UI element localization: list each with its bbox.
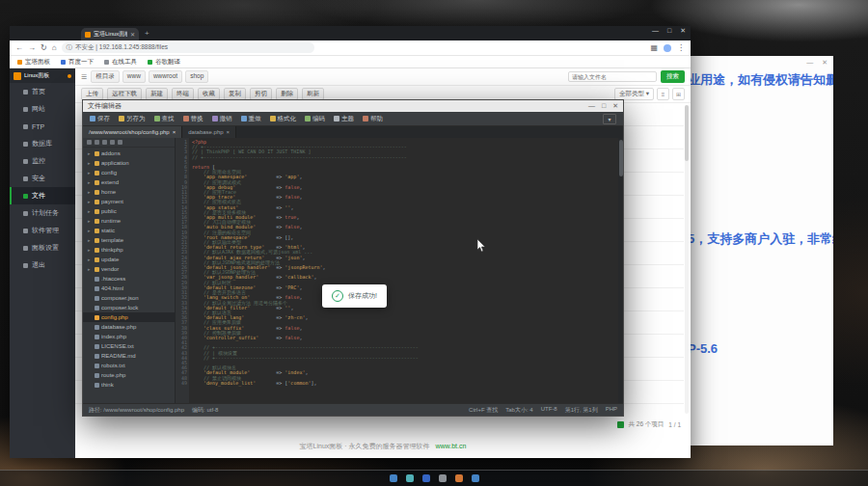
editor-menu-撤销[interactable]: 撤销 (212, 115, 232, 123)
chevron-right-icon[interactable]: ▸ (88, 256, 93, 262)
forward-icon[interactable]: → (28, 44, 36, 52)
sidebar-item-监控[interactable]: 监控 (10, 152, 75, 170)
sidebar-item-FTP[interactable]: FTP (10, 118, 75, 135)
editor-menu-保存[interactable]: 保存 (90, 115, 110, 123)
chevron-right-icon[interactable]: ▸ (88, 199, 93, 204)
tree-file[interactable]: robots.txt (83, 361, 175, 370)
browser-tab[interactable]: 宝塔Linux面板 ✕ (81, 28, 139, 40)
editor-tab[interactable]: database.php× (182, 126, 236, 138)
breadcrumb-segment[interactable]: wwwroot (149, 70, 182, 83)
chevron-right-icon[interactable]: ▸ (88, 228, 93, 233)
tree-folder[interactable]: ▸thinkphp (83, 245, 175, 255)
editor-menu-主题[interactable]: 主题 (334, 115, 354, 123)
code-content[interactable]: <?php// +-------------------------------… (189, 138, 623, 403)
sidebar-item-首页[interactable]: 首页 (10, 83, 75, 100)
bookmark-item[interactable]: 百度一下 (61, 58, 94, 67)
editor-menu-帮助[interactable]: 帮助 (363, 115, 383, 123)
footer-link[interactable]: www.bt.cn (436, 443, 467, 449)
browser-close-icon[interactable]: ✕ (680, 27, 686, 35)
bookmark-item[interactable]: 在线工具 (104, 58, 137, 67)
sidebar-item-计划任务[interactable]: 计划任务 (10, 204, 75, 222)
home-icon[interactable]: ⌂ (52, 44, 57, 52)
bookmark-item[interactable]: 宝塔面板 (17, 58, 50, 67)
chevron-right-icon[interactable]: ▸ (88, 266, 93, 272)
list-view-icon[interactable]: ≡ (657, 88, 669, 100)
editor-menu-替换[interactable]: 替换 (183, 115, 203, 123)
chevron-right-icon[interactable]: ▸ (88, 208, 93, 214)
code-area[interactable]: 1234567891011121314151617181920212223242… (176, 138, 623, 403)
editor-tab[interactable]: /www/wwwroot/shop/config.php× (83, 126, 182, 138)
editor-tab-close-icon[interactable]: × (227, 129, 231, 135)
tree-folder[interactable]: ▸vendor (83, 264, 175, 274)
browser-minimize-icon[interactable]: — (652, 27, 659, 35)
chevron-right-icon[interactable]: ▸ (88, 160, 93, 166)
tree-new-file-icon[interactable] (95, 140, 99, 145)
sidebar-item-软件管理[interactable]: 软件管理 (10, 222, 75, 239)
reload-icon[interactable]: ↻ (41, 44, 47, 52)
tab-close-icon[interactable]: ✕ (130, 31, 135, 38)
tree-file[interactable]: .htaccess (83, 274, 175, 284)
taskbar-icon[interactable] (455, 474, 463, 482)
tree-file[interactable]: index.php (83, 332, 175, 341)
breadcrumb-segment[interactable]: shop (185, 70, 208, 83)
new-tab-button[interactable]: + (145, 29, 149, 38)
sidebar-item-文件[interactable]: 文件 (10, 187, 75, 204)
profile-avatar[interactable] (664, 44, 671, 52)
tree-folder[interactable]: ▸extend (83, 177, 175, 187)
tree-folder[interactable]: ▸config (83, 168, 175, 177)
breadcrumb-segment[interactable]: www (122, 70, 146, 83)
tree-folder[interactable]: ▸payment (83, 197, 175, 206)
tree-folder[interactable]: ▸static (83, 226, 175, 235)
extensions-icon[interactable]: ▦ (650, 44, 658, 52)
editor-menu-格式化[interactable]: 格式化 (270, 115, 297, 123)
tree-refresh-icon[interactable] (87, 140, 92, 145)
tree-file[interactable]: think (83, 380, 175, 390)
back-icon[interactable]: ← (15, 44, 23, 52)
bgwindow-minimize-icon[interactable]: — (806, 59, 813, 67)
grid-view-icon[interactable]: ⊞ (672, 88, 685, 100)
tree-file[interactable]: config.php (83, 312, 175, 322)
bookmark-item[interactable]: 谷歌翻译 (148, 58, 180, 67)
editor-tab-close-icon[interactable]: × (173, 129, 176, 135)
search-button[interactable]: 搜索 (661, 70, 685, 83)
editor-menu-重做[interactable]: 重做 (241, 115, 261, 123)
tree-folder[interactable]: ▸update (83, 255, 175, 264)
info-icon[interactable]: ⓘ (67, 43, 73, 52)
tree-file[interactable]: database.php (83, 322, 175, 332)
tree-file[interactable]: README.md (83, 351, 175, 361)
taskbar-icon[interactable] (439, 474, 447, 482)
tree-file[interactable]: 404.html (83, 284, 175, 293)
sidebar-item-退出[interactable]: 退出 (10, 256, 75, 274)
bgwindow-close-icon[interactable]: ✕ (822, 59, 827, 67)
file-search-input[interactable] (568, 71, 657, 82)
tree-file[interactable]: LICENSE.txt (83, 341, 175, 351)
code-scrollbar[interactable] (618, 138, 623, 403)
taskbar-icon[interactable] (472, 474, 479, 482)
taskbar-icon[interactable] (390, 474, 397, 482)
taskbar-icon[interactable] (422, 474, 430, 482)
tree-folder[interactable]: ▸runtime (83, 216, 175, 226)
chevron-right-icon[interactable]: ▸ (88, 237, 93, 243)
tree-folder[interactable]: ▸public (83, 206, 175, 216)
sidebar-item-网站[interactable]: 网站 (10, 100, 75, 118)
tree-collapse-icon[interactable] (118, 140, 122, 145)
editor-menu-另存为[interactable]: 另存为 (119, 115, 146, 123)
tree-folder[interactable]: ▸addons (83, 148, 175, 158)
chevron-right-icon[interactable]: ▸ (88, 247, 93, 253)
breadcrumb-segment[interactable]: 根目录 (91, 70, 120, 83)
chevron-right-icon[interactable]: ▸ (88, 170, 93, 176)
address-bar[interactable]: ⓘ 不安全 | 192.168.1.245:8888/files (62, 42, 314, 53)
editor-menu-查找[interactable]: 查找 (154, 115, 175, 123)
browser-menu-icon[interactable]: ⋮ (677, 44, 685, 52)
menu-more-icon[interactable]: ▾ (603, 114, 616, 124)
sidebar-item-数据库[interactable]: 数据库 (10, 135, 75, 152)
editor-minimize-icon[interactable]: — (588, 102, 595, 110)
chevron-right-icon[interactable]: ▸ (88, 189, 93, 195)
chevron-right-icon[interactable]: ▸ (88, 218, 93, 224)
taskbar-icon[interactable] (406, 474, 414, 482)
tree-file[interactable]: composer.json (83, 293, 175, 303)
tree-up-icon[interactable] (110, 140, 115, 145)
sidebar-item-安全[interactable]: 安全 (10, 170, 75, 187)
tree-file[interactable]: composer.lock (83, 303, 175, 312)
tree-folder[interactable]: ▸application (83, 158, 175, 168)
